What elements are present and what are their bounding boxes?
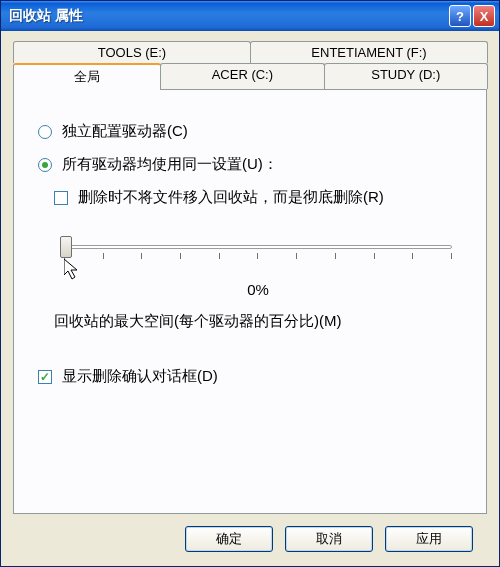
checkbox-confirm-dialog[interactable] bbox=[38, 370, 52, 384]
ok-button[interactable]: 确定 bbox=[185, 526, 273, 552]
option-independent[interactable]: 独立配置驱动器(C) bbox=[38, 122, 468, 141]
help-icon: ? bbox=[456, 9, 464, 24]
option-label: 所有驱动器均使用同一设置(U)： bbox=[62, 155, 278, 174]
tab-panel-global: 独立配置驱动器(C) 所有驱动器均使用同一设置(U)： 删除时不将文件移入回收站… bbox=[13, 89, 487, 514]
client-area: TOOLS (E:) ENTETIAMENT (F:) 全局 ACER (C:)… bbox=[1, 31, 499, 566]
radio-use-same[interactable] bbox=[38, 158, 52, 172]
slider-caption: 回收站的最大空间(每个驱动器的百分比)(M) bbox=[54, 312, 462, 331]
size-slider-group: 0% 回收站的最大空间(每个驱动器的百分比)(M) bbox=[54, 235, 462, 331]
option-permanent-delete[interactable]: 删除时不将文件移入回收站，而是彻底删除(R) bbox=[54, 188, 468, 207]
titlebar[interactable]: 回收站 属性 ? X bbox=[1, 1, 499, 31]
slider-rail bbox=[64, 245, 452, 249]
apply-button[interactable]: 应用 bbox=[385, 526, 473, 552]
tab-strip: TOOLS (E:) ENTETIAMENT (F:) 全局 ACER (C:)… bbox=[13, 41, 487, 89]
slider-ticks bbox=[64, 253, 452, 259]
slider-thumb[interactable] bbox=[60, 236, 72, 258]
radio-independent[interactable] bbox=[38, 125, 52, 139]
option-confirm-dialog[interactable]: 显示删除确认对话框(D) bbox=[38, 367, 468, 386]
tab-study-d[interactable]: STUDY (D:) bbox=[324, 63, 488, 89]
tab-entertainment-f[interactable]: ENTETIAMENT (F:) bbox=[250, 41, 488, 63]
cancel-button[interactable]: 取消 bbox=[285, 526, 373, 552]
option-label: 显示删除确认对话框(D) bbox=[62, 367, 218, 386]
window-title: 回收站 属性 bbox=[9, 7, 447, 25]
tab-label: STUDY (D:) bbox=[371, 67, 440, 82]
tab-label: ENTETIAMENT (F:) bbox=[311, 45, 426, 60]
slider-value-label: 0% bbox=[54, 281, 462, 298]
help-button[interactable]: ? bbox=[449, 5, 471, 27]
cursor-icon bbox=[64, 259, 84, 283]
option-label: 独立配置驱动器(C) bbox=[62, 122, 188, 141]
close-button[interactable]: X bbox=[473, 5, 495, 27]
tab-label: 全局 bbox=[74, 69, 100, 84]
tab-tools-e[interactable]: TOOLS (E:) bbox=[13, 41, 251, 63]
option-label: 删除时不将文件移入回收站，而是彻底删除(R) bbox=[78, 188, 384, 207]
checkbox-permanent-delete[interactable] bbox=[54, 191, 68, 205]
svg-marker-0 bbox=[64, 259, 77, 279]
dialog-buttons: 确定 取消 应用 bbox=[13, 514, 487, 566]
tab-global[interactable]: 全局 bbox=[13, 63, 161, 90]
size-slider[interactable] bbox=[54, 235, 462, 275]
tab-acer-c[interactable]: ACER (C:) bbox=[160, 63, 324, 89]
tab-label: TOOLS (E:) bbox=[98, 45, 166, 60]
option-use-same[interactable]: 所有驱动器均使用同一设置(U)： bbox=[38, 155, 468, 174]
properties-dialog: 回收站 属性 ? X TOOLS (E:) ENTETIAMENT (F:) 全… bbox=[0, 0, 500, 567]
close-icon: X bbox=[480, 9, 489, 24]
tab-label: ACER (C:) bbox=[212, 67, 273, 82]
